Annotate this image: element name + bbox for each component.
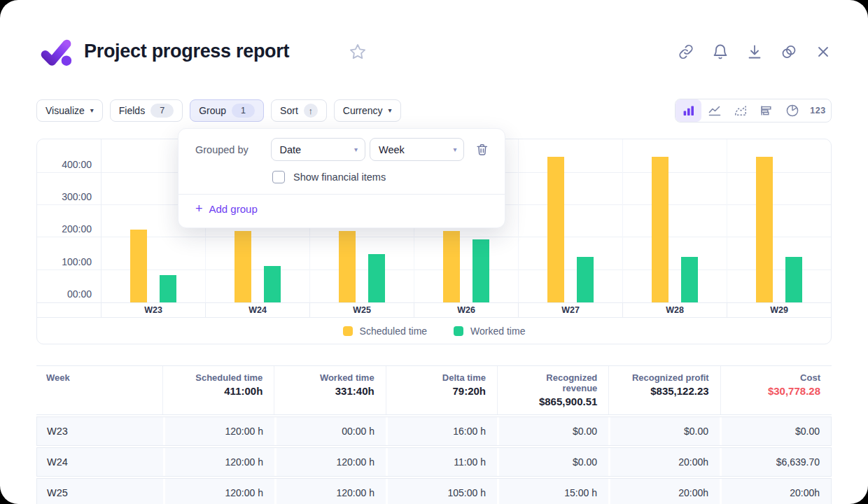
group-button[interactable]: Group 1 bbox=[190, 99, 264, 122]
currency-button[interactable]: Currency ▾ bbox=[334, 99, 401, 122]
column-total: 411:00h bbox=[174, 385, 262, 397]
group-field-select[interactable]: Date ▾ bbox=[271, 138, 365, 161]
fields-label: Fields bbox=[119, 105, 145, 116]
download-icon[interactable] bbox=[746, 43, 763, 60]
table-cell: 16:00 h bbox=[386, 417, 497, 445]
column-header-worked-time[interactable]: Worked time331:40h bbox=[274, 366, 385, 414]
favorite-star-icon[interactable] bbox=[349, 43, 367, 61]
sort-arrow-icon: ↑ bbox=[304, 104, 318, 118]
scheduled-time-bar[interactable] bbox=[443, 231, 460, 302]
bar-group bbox=[727, 157, 831, 303]
chart-legend: Scheduled timeWorked time bbox=[37, 318, 831, 344]
table-cell: $0.00 bbox=[720, 417, 831, 445]
scheduled-time-bar[interactable] bbox=[339, 231, 356, 302]
week-label: W25 bbox=[310, 303, 414, 317]
column-header-recognized-revenue[interactable]: Recognized revenue$865,900.51 bbox=[497, 366, 608, 414]
y-tick-label: 300:00 bbox=[62, 191, 92, 202]
chart-column bbox=[623, 139, 727, 302]
trash-icon[interactable] bbox=[475, 143, 489, 157]
column-label: Recognized revenue bbox=[509, 372, 597, 393]
column-total: $30,778.28 bbox=[732, 385, 820, 397]
bar-group bbox=[414, 231, 518, 302]
pie-chart-view-button[interactable] bbox=[779, 99, 805, 122]
table-cell: $0.00 bbox=[497, 448, 608, 476]
compare-icon[interactable] bbox=[780, 43, 797, 60]
table-cell: 20:00h bbox=[720, 479, 831, 504]
worked-time-bar[interactable] bbox=[472, 239, 489, 302]
column-label: Worked time bbox=[286, 372, 374, 383]
column-header-delta-time[interactable]: Delta time79:20h bbox=[386, 366, 497, 414]
scheduled-time-bar[interactable] bbox=[756, 157, 773, 303]
visualize-label: Visualize bbox=[46, 105, 85, 116]
y-tick-label: 400:00 bbox=[62, 159, 92, 170]
column-total: $835,122.23 bbox=[620, 385, 708, 397]
column-header-scheduled-time[interactable]: Scheduled time411:00h bbox=[162, 366, 274, 414]
x-axis-spacer bbox=[37, 303, 102, 317]
y-tick-label: 200:00 bbox=[62, 223, 92, 234]
show-financial-items-checkbox[interactable] bbox=[272, 171, 285, 183]
horizontal-bar-chart-view-button[interactable] bbox=[753, 99, 779, 122]
chevron-down-icon: ▾ bbox=[90, 107, 94, 114]
chart-y-axis: 00:00100:00200:00300:00400:00 bbox=[37, 139, 102, 302]
page-title: Project progress report bbox=[84, 41, 289, 62]
worked-time-bar[interactable] bbox=[577, 257, 594, 302]
worked-time-bar[interactable] bbox=[785, 257, 802, 302]
bell-icon[interactable] bbox=[712, 43, 729, 60]
link-icon[interactable] bbox=[678, 43, 694, 60]
scheduled-time-bar[interactable] bbox=[547, 157, 564, 303]
column-label: Scheduled time bbox=[174, 372, 262, 383]
chevron-down-icon: ▾ bbox=[354, 146, 358, 153]
worked-time-bar[interactable] bbox=[681, 257, 698, 302]
worked-time-bar[interactable] bbox=[264, 266, 281, 302]
scheduled-time-bar[interactable] bbox=[130, 230, 147, 302]
group-by-panel: Grouped by Date ▾ Week ▾ Show financial … bbox=[178, 128, 505, 228]
chart-x-axis: W23W24W25W26W27W28W29 bbox=[37, 302, 831, 318]
table-cell: 20:00h bbox=[608, 448, 720, 476]
app-logo bbox=[39, 38, 74, 70]
grouped-by-label: Grouped by bbox=[195, 144, 271, 155]
worked-time-bar[interactable] bbox=[160, 275, 176, 302]
table-cell: W23 bbox=[37, 417, 163, 445]
column-label: Recognized profit bbox=[620, 372, 708, 383]
column-header-recognized-profit[interactable]: Recognized profit$835,122.23 bbox=[608, 366, 720, 414]
table-header: WeekScheduled time411:00hWorked time331:… bbox=[36, 365, 832, 415]
numbers-view-button[interactable]: 123 bbox=[805, 99, 831, 122]
legend-item: Scheduled time bbox=[343, 326, 428, 337]
bar-group bbox=[519, 157, 622, 303]
group-interval-value: Week bbox=[379, 144, 405, 155]
chart-column bbox=[727, 139, 831, 302]
legend-item: Worked time bbox=[454, 326, 525, 337]
add-group-label: Add group bbox=[209, 203, 258, 215]
table-cell: 120:00 h bbox=[274, 479, 386, 504]
group-field-value: Date bbox=[280, 144, 302, 155]
scheduled-time-bar[interactable] bbox=[652, 157, 668, 303]
scheduled-time-bar[interactable] bbox=[234, 231, 251, 302]
worked-time-bar[interactable] bbox=[368, 254, 385, 302]
line-chart-view-button[interactable] bbox=[701, 99, 727, 122]
table-cell: W25 bbox=[37, 479, 163, 504]
column-header-cost[interactable]: Cost$30,778.28 bbox=[720, 366, 832, 414]
close-icon[interactable] bbox=[815, 43, 832, 60]
sort-button[interactable]: Sort ↑ bbox=[271, 99, 327, 122]
bar-group bbox=[310, 231, 414, 302]
header-actions bbox=[678, 43, 832, 60]
visualize-button[interactable]: Visualize ▾ bbox=[36, 99, 103, 122]
area-chart-view-button[interactable] bbox=[727, 99, 753, 122]
table-cell: 120:00 h bbox=[163, 479, 274, 504]
table-row: W23120:00 h00:00 h16:00 h$0.00$0.00$0.00 bbox=[36, 416, 832, 446]
add-group-button[interactable]: + Add group bbox=[195, 202, 489, 215]
table-cell: 120:00 h bbox=[163, 448, 274, 476]
week-label: W27 bbox=[519, 303, 623, 317]
column-header-week[interactable]: Week bbox=[36, 366, 162, 414]
table-cell: 20:00h bbox=[608, 479, 720, 504]
group-count-badge: 1 bbox=[232, 104, 255, 118]
table-row: W25120:00 h120:00 h105:00 h15:00 h20:00h… bbox=[36, 478, 832, 504]
fields-button[interactable]: Fields 7 bbox=[110, 99, 183, 122]
bar-group bbox=[102, 230, 205, 302]
group-interval-select[interactable]: Week ▾ bbox=[370, 138, 464, 161]
week-label: W24 bbox=[206, 303, 310, 317]
table-cell: 15:00 h bbox=[497, 479, 608, 504]
table-cell: 11:00 h bbox=[386, 448, 497, 476]
column-total: 79:20h bbox=[398, 385, 486, 397]
bar-chart-view-button[interactable] bbox=[676, 99, 701, 122]
